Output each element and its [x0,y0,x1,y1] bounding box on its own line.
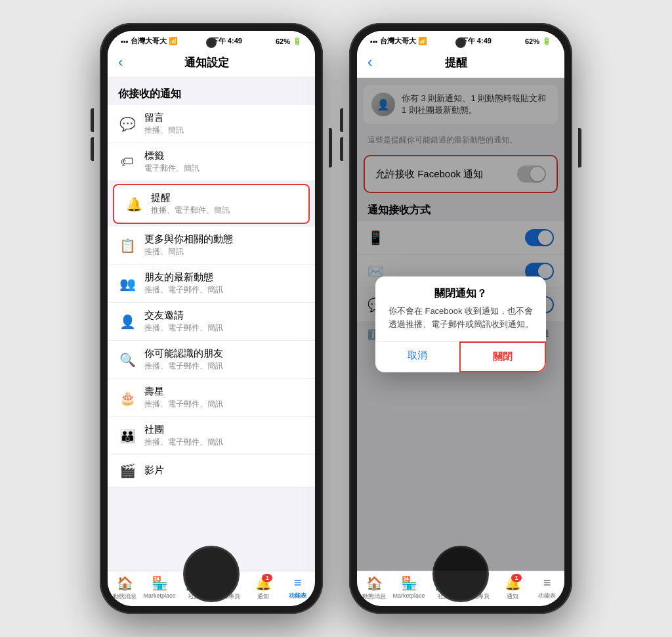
friends-icon: 👥 [118,275,136,293]
item-text-group: 社團 推播、電子郵件、簡訊 [144,424,223,448]
item-text-friend-request: 交友邀請 推播、電子郵件、簡訊 [144,309,223,334]
item-text-birthday: 壽星 推播、電子郵件、簡訊 [144,385,223,410]
back-button-left[interactable]: ‹ [118,54,123,71]
home-icon-left: 🏠 [117,575,133,591]
list-item-activity[interactable]: 📋 更多與你相關的動態 推播、簡訊 [108,227,315,265]
list-item-tag[interactable]: 🏷 標籤 電子郵件、簡訊 [108,143,315,181]
notif-badge-left: 1 [262,574,272,582]
tab-pages-label-right: 粉絲專頁 [466,592,490,601]
dialog-buttons: 取消 關閉 [375,341,546,372]
item-text-friends-activity: 朋友的最新動態 推播、電子郵件、簡訊 [144,271,223,296]
tab-groups-label-right: 社團 [438,592,450,601]
list-item-birthday[interactable]: 🎂 壽星 推播、電子郵件、簡訊 [108,379,315,417]
list-item-friend-request[interactable]: 👤 交友邀請 推播、電子郵件、簡訊 [108,303,315,341]
phone-right: ▪▪▪ 台灣大哥大 📶 下午 4:49 62% 🔋 ‹ 提醒 👤 你有 3 則新… [349,23,572,614]
birthday-icon: 🎂 [118,389,136,407]
tab-notifications-label-left: 通知 [257,592,269,601]
wifi-icon-right: 📶 [418,37,427,45]
list-item-video[interactable]: 🎬 影片 [108,455,315,487]
wifi-icon: 📶 [169,37,178,45]
tab-notifications-right[interactable]: 1 🔔 通知 [495,575,530,601]
carrier-left: ▪▪▪ 台灣大哥大 📶 [121,36,178,46]
pages-icon-left: 🚩 [220,575,237,591]
list-item-reminder[interactable]: 🔔 提醒 推播、電子郵件、簡訊 [113,184,310,224]
back-button-right[interactable]: ‹ [368,54,372,71]
nav-title-left: 通知設定 [128,55,285,70]
status-bar-right: ▪▪▪ 台灣大哥大 📶 下午 4:49 62% 🔋 [357,31,564,49]
dialog-box: 關閉通知？ 你不會在 Facebook 收到通知，也不會透過推播、電子郵件或簡訊… [375,276,546,372]
tag-icon: 🏷 [118,153,136,171]
marketplace-icon-right: 🏪 [401,575,417,591]
tab-home-left[interactable]: 🏠 動態消息 [108,575,142,601]
item-text-comment: 留言 推播、簡訊 [144,112,184,136]
tab-home-right[interactable]: 🏠 動態消息 [357,575,392,601]
battery-icon: 🔋 [293,37,302,45]
item-text-people-know: 你可能認識的朋友 推播、電子郵件、簡訊 [144,347,223,372]
bell-icon: 🔔 [125,195,143,213]
video-icon: 🎬 [118,462,136,480]
tab-menu-left[interactable]: ≡ 功能表 [280,575,315,601]
friend-request-icon: 👤 [118,313,136,331]
dialog-overlay: 關閉通知？ 你不會在 Facebook 收到通知，也不會透過推播、電子郵件或簡訊… [357,78,564,571]
groups-badge-right: 6 [442,574,453,582]
menu-icon-right: ≡ [543,575,551,590]
battery-right: 62% 🔋 [525,37,551,45]
reminder-screen-content: 👤 你有 3 則新通知、1 則動態時報貼文和 1 則社團最新動態。 這些是提醒你… [357,78,564,571]
tab-home-label-left: 動態消息 [113,592,136,601]
dialog-cancel-button[interactable]: 取消 [375,341,459,372]
time-right: 下午 4:49 [461,36,492,46]
item-text-reminder: 提醒 推播、電子郵件、簡訊 [151,192,230,216]
time-left: 下午 4:49 [211,36,242,46]
tab-marketplace-right[interactable]: 🏪 Marketplace [392,575,427,601]
groups-icon-left: 👥 [186,575,202,591]
left-screen-content: 你接收的通知 💬 留言 推播、簡訊 🏷 標籤 電子郵件、簡訊 🔔 [108,78,315,571]
item-text-video: 影片 [144,464,164,477]
tab-marketplace-left[interactable]: 🏪 Marketplace [142,575,177,601]
phone-right-screen: ▪▪▪ 台灣大哥大 📶 下午 4:49 62% 🔋 ‹ 提醒 👤 你有 3 則新… [357,31,564,606]
dialog-title: 關閉通知？ [375,276,546,305]
people-know-icon: 🔍 [118,351,136,369]
battery-icon-right: 🔋 [542,37,551,45]
tab-pages-label-left: 粉絲專頁 [217,592,240,601]
tab-bar-left: 🏠 動態消息 🏪 Marketplace 6 👥 社團 🚩 粉絲專頁 1 🔔 通… [108,571,315,606]
notif-badge-right: 1 [511,574,522,582]
list-item-group[interactable]: 👪 社團 推播、電子郵件、簡訊 [108,417,315,455]
list-item-people-know[interactable]: 🔍 你可能認識的朋友 推播、電子郵件、簡訊 [108,341,315,379]
tab-menu-label-right: 功能表 [538,592,556,600]
status-bar-left: ▪▪▪ 台灣大哥大 📶 下午 4:49 62% 🔋 [108,31,315,49]
dialog-body: 你不會在 Facebook 收到通知，也不會透過推播、電子郵件或簡訊收到通知。 [375,305,546,341]
tab-bar-right: 🏠 動態消息 🏪 Marketplace 6 👥 社團 🚩 粉絲專頁 1 🔔 通… [357,571,564,606]
nav-title-right: 提醒 [377,55,534,70]
tab-pages-right[interactable]: 🚩 粉絲專頁 [461,575,495,601]
home-icon-right: 🏠 [366,575,383,591]
battery-left: 62% 🔋 [276,37,302,45]
tab-pages-left[interactable]: 🚩 粉絲專頁 [211,575,246,601]
pages-icon-right: 🚩 [470,575,486,591]
tab-menu-right[interactable]: ≡ 功能表 [530,575,564,601]
dialog-confirm-button[interactable]: 關閉 [459,341,546,372]
groups-icon-right: 👥 [435,575,452,591]
section-header-left: 你接收的通知 [108,78,315,105]
signal-icon-right: ▪▪▪ [370,37,378,45]
marketplace-icon-left: 🏪 [152,575,168,591]
group-icon: 👪 [118,427,136,445]
groups-badge-left: 6 [193,574,203,582]
item-text-tag: 標籤 電子郵件、簡訊 [144,150,200,174]
tab-notifications-left[interactable]: 1 🔔 通知 [246,575,281,601]
tab-menu-label-left: 功能表 [289,592,306,600]
tab-marketplace-label-left: Marketplace [143,592,175,599]
carrier-right: ▪▪▪ 台灣大哥大 📶 [370,36,427,46]
tab-groups-left[interactable]: 6 👥 社團 [177,575,211,601]
phone-left-screen: ▪▪▪ 台灣大哥大 📶 下午 4:49 62% 🔋 ‹ 通知設定 你接收的通知 … [108,31,315,606]
tab-marketplace-label-right: Marketplace [392,592,425,599]
phone-left: ▪▪▪ 台灣大哥大 📶 下午 4:49 62% 🔋 ‹ 通知設定 你接收的通知 … [100,23,323,614]
tab-notifications-label-right: 通知 [507,592,518,601]
list-item-comment[interactable]: 💬 留言 推播、簡訊 [108,105,315,143]
tab-groups-right[interactable]: 6 👥 社團 [426,575,461,601]
nav-bar-left: ‹ 通知設定 [108,49,315,78]
comment-icon: 💬 [118,115,136,133]
item-text-activity: 更多與你相關的動態 推播、簡訊 [144,233,233,257]
signal-icon: ▪▪▪ [121,37,129,45]
list-item-friends-activity[interactable]: 👥 朋友的最新動態 推播、電子郵件、簡訊 [108,265,315,303]
nav-bar-right: ‹ 提醒 [357,49,564,78]
